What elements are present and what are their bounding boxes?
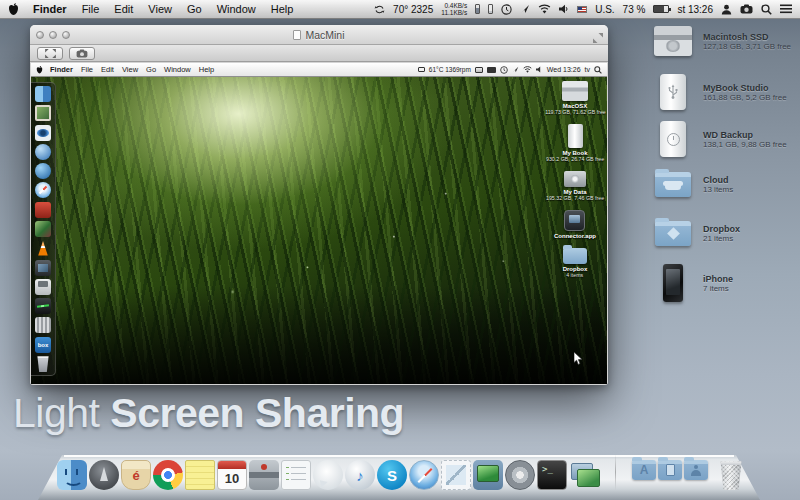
remote-menu-finder[interactable]: Finder: [50, 65, 73, 74]
dock-stickies[interactable]: [185, 460, 215, 490]
location-icon[interactable]: [520, 4, 530, 14]
temp-fan-status[interactable]: 70° 2325: [393, 4, 433, 15]
menu-help[interactable]: Help: [271, 3, 294, 15]
remote-icon-connector-app[interactable]: Connector.app: [554, 210, 596, 239]
desktop-icon-macintosh-ssd[interactable]: Macintosh SSD 127,18 GB, 3,71 GB free: [652, 26, 791, 56]
remote-icon-macosx[interactable]: MacOSX 119.73 GB, 71.62 GB free: [541, 81, 607, 115]
dock-calendar[interactable]: 10: [217, 460, 247, 490]
camera-icon[interactable]: [740, 4, 753, 14]
remote-spotlight-icon[interactable]: [594, 66, 602, 74]
input-source-flag-icon[interactable]: [577, 6, 587, 13]
dock-itunes[interactable]: ♪: [345, 460, 375, 490]
dock-google-chrome[interactable]: [153, 460, 183, 490]
dock-launchpad[interactable]: [89, 460, 119, 490]
user-icon[interactable]: [721, 4, 732, 15]
fullscreen-button[interactable]: [37, 47, 63, 60]
remote-dock-preview[interactable]: [35, 105, 51, 121]
remote-dock-network[interactable]: [35, 163, 51, 179]
desktop-icon-cloud[interactable]: Cloud 13 items: [652, 172, 733, 197]
menu-finder[interactable]: Finder: [33, 3, 67, 15]
spotlight-search-icon[interactable]: [761, 4, 772, 15]
menu-bar: Finder File Edit View Go Window Help 70°…: [0, 0, 800, 19]
remote-screens-icon[interactable]: [487, 67, 496, 73]
remote-location-icon[interactable]: [512, 66, 519, 73]
remote-dock-front-row[interactable]: [35, 202, 51, 218]
remote-icon-dropbox[interactable]: Dropbox 4 items: [563, 248, 588, 278]
desktop-icon-iphone[interactable]: iPhone 7 items: [652, 264, 733, 302]
remote-temp-fan-status[interactable]: 61°C 1369rpm: [429, 66, 471, 73]
menu-file[interactable]: File: [82, 3, 100, 15]
remote-dock-activity-monitor[interactable]: [35, 298, 51, 314]
remote-dock-box[interactable]: box: [35, 337, 51, 353]
memory-gauge-icon[interactable]: [475, 4, 480, 14]
remote-clock-label[interactable]: Wed 13:26: [547, 66, 581, 73]
remote-dock-safari[interactable]: [35, 182, 51, 198]
menu-window[interactable]: Window: [217, 3, 256, 15]
dock-folder-documents[interactable]: [658, 460, 682, 480]
dock-archive-utility[interactable]: [249, 460, 279, 490]
remote-dock-vlc[interactable]: [35, 240, 51, 256]
dock-trash[interactable]: [718, 460, 744, 490]
dock-reminders[interactable]: [281, 460, 311, 490]
remote-icon-my-data[interactable]: My Data 195.32 GB, 7.46 GB free: [542, 171, 607, 201]
dock-disk-utility[interactable]: [505, 460, 535, 490]
disk-gauge-icon[interactable]: [488, 4, 493, 14]
battery-percent-label[interactable]: 73 %: [623, 4, 646, 15]
dock-screen-sharing[interactable]: [569, 460, 599, 490]
remote-menu-view[interactable]: View: [122, 65, 138, 74]
dock-espresso[interactable]: é: [121, 460, 151, 490]
icon-label: WD Backup: [703, 130, 787, 140]
dock-terminal[interactable]: >_: [537, 460, 567, 490]
input-source-label[interactable]: U.S.: [595, 4, 614, 15]
remote-wifi-icon[interactable]: [523, 66, 532, 73]
battery-icon[interactable]: [653, 5, 669, 13]
network-speed-status[interactable]: 0.4KB/s 11.1KB/s: [441, 2, 467, 16]
volume-icon[interactable]: [559, 4, 569, 14]
remote-dock-archive[interactable]: [35, 317, 51, 333]
remote-volume-icon[interactable]: [536, 66, 543, 73]
remote-menu-edit[interactable]: Edit: [101, 65, 114, 74]
dock-safari[interactable]: [409, 460, 439, 490]
remote-menu-help[interactable]: Help: [199, 65, 214, 74]
usb-drive-icon: [660, 74, 686, 110]
remote-desktop-view[interactable]: Finder File Edit View Go Window Help 61°…: [31, 63, 607, 384]
dock-finder[interactable]: [57, 460, 87, 490]
screenshot-button[interactable]: [69, 47, 95, 60]
remote-user-label[interactable]: tv: [585, 66, 590, 73]
clock-icon[interactable]: [501, 4, 512, 15]
menu-go[interactable]: Go: [187, 3, 202, 15]
remote-dock-itunes[interactable]: [35, 144, 51, 160]
desktop-icon-dropbox[interactable]: Dropbox 21 items: [652, 221, 740, 246]
desktop-icon-mybook-studio[interactable]: MyBook Studio 161,88 GB, 5,2 GB free: [652, 74, 787, 110]
remote-dock-finder[interactable]: [35, 86, 51, 102]
window-title-bar[interactable]: MacMini: [30, 25, 608, 45]
notification-list-icon[interactable]: [780, 4, 792, 14]
dock-folder-applications[interactable]: A: [632, 460, 656, 480]
remote-menu-go[interactable]: Go: [146, 65, 156, 74]
dock-remote-desktop[interactable]: [473, 460, 503, 490]
menu-edit[interactable]: Edit: [114, 3, 133, 15]
desktop-icon-wd-backup[interactable]: WD Backup 138,1 GB, 9,88 GB free: [652, 121, 787, 157]
resize-corner-icon[interactable]: [593, 29, 603, 47]
remote-window-icon[interactable]: [418, 67, 425, 72]
remote-dock-photoshop[interactable]: [35, 260, 51, 276]
sync-icon[interactable]: [374, 4, 385, 15]
remote-menu-file[interactable]: File: [81, 65, 93, 74]
remote-clock-icon[interactable]: [500, 66, 508, 74]
apple-icon[interactable]: [8, 3, 19, 16]
dock-folder-users[interactable]: [684, 460, 708, 480]
dock-skype[interactable]: S: [377, 460, 407, 490]
clock-label[interactable]: st 13:26: [677, 4, 713, 15]
remote-display-icon[interactable]: [475, 67, 483, 73]
wifi-icon[interactable]: [538, 4, 551, 14]
remote-dock-trash[interactable]: [35, 356, 51, 372]
remote-icon-my-book[interactable]: My Book 930.2 GB, 26.74 GB free: [542, 124, 607, 162]
dock-messages[interactable]: [313, 460, 343, 490]
remote-apple-icon[interactable]: [36, 66, 43, 74]
menu-view[interactable]: View: [148, 3, 172, 15]
dock-mail[interactable]: [441, 460, 471, 490]
remote-dock-ipod[interactable]: [35, 279, 51, 295]
remote-menu-window[interactable]: Window: [164, 65, 191, 74]
remote-dock-photo-booth[interactable]: [35, 221, 51, 237]
remote-dock-quicklook[interactable]: [35, 125, 51, 141]
